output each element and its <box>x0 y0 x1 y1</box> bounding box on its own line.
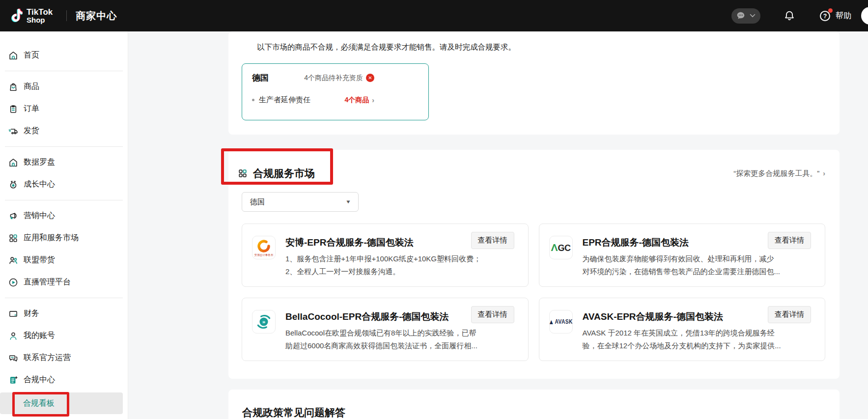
home-icon <box>8 50 19 61</box>
service-description: AVASK 于2012 年在英国成立，凭借13年的跨境合规服务经 验，在全球12… <box>583 327 812 352</box>
people-icon <box>8 255 19 266</box>
sidebar-item-label: 财务 <box>24 308 39 319</box>
grid-icon <box>8 233 19 244</box>
svg-text:»: » <box>262 318 266 325</box>
market-select[interactable]: 德国 ▼ <box>242 192 359 212</box>
sidebar-item-label: 商品 <box>24 82 39 92</box>
market-status-text: 4个商品待补充资质 <box>304 74 363 83</box>
sidebar-item-live-management[interactable]: 直播管理平台 <box>0 271 128 293</box>
sidebar-item-finance[interactable]: 财务 <box>0 303 128 325</box>
avask-logo: ▲AVASK <box>549 310 573 334</box>
top-header: TikTok Shop 商家中心 <box>0 0 868 31</box>
sidebar-item-marketing-center[interactable]: 营销中心 <box>0 205 128 227</box>
main-content: 以下市场的商品不合规，必须满足合规要求才能销售。请及时完成合规要求。 德国 4个… <box>128 31 868 419</box>
megaphone-icon <box>8 211 19 222</box>
anbo-logo-caption: 安博会计事务所 <box>254 253 274 256</box>
view-details-button[interactable]: 查看详情 <box>768 232 811 249</box>
error-x-icon: ✕ <box>366 74 374 82</box>
sidebar-item-contact-official[interactable]: 联系官方运营 <box>0 347 128 369</box>
page-title: 商家中心 <box>76 9 117 23</box>
medal-icon <box>8 179 19 190</box>
service-card-avask: ▲AVASK AVASK-EPR合规服务-德国包装法 AVASK 于2012 年… <box>539 298 826 361</box>
service-description: 1、服务包含注册+1年申报+100KG纸皮+10KG塑料回收费； 2、全程人工一… <box>285 252 514 278</box>
view-details-button[interactable]: 查看详情 <box>471 232 514 249</box>
sidebar-item-label: 发货 <box>24 126 39 136</box>
sidebar-item-label: 直播管理平台 <box>24 277 71 287</box>
person-icon <box>8 331 19 341</box>
bellacocool-logo: » <box>252 310 276 334</box>
chevron-right-icon: › <box>372 96 374 104</box>
service-cards-grid: 安博会计事务所 安博-EPR合规服务-德国包装法 1、服务包含注册+1年申报+1… <box>242 223 825 361</box>
bell-icon <box>783 9 796 22</box>
sidebar-item-shipping[interactable]: 发货 <box>0 120 128 142</box>
sidebar-item-my-account[interactable]: 我的账号 <box>0 325 128 347</box>
notification-dot <box>828 8 833 13</box>
compliance-alert-card: 以下市场的商品不合规，必须满足合规要求才能销售。请及时完成合规要求。 德国 4个… <box>228 31 840 135</box>
tiktok-shop-logo[interactable]: TikTok Shop <box>0 7 53 24</box>
requirement-label: 生产者延伸责任 <box>259 95 310 105</box>
sidebar-item-label: 合规中心 <box>24 375 55 385</box>
sidebar-item-home[interactable]: 首页 <box>0 44 128 66</box>
sidebar-divider <box>5 200 123 200</box>
sidebar-item-label: 订单 <box>24 104 39 114</box>
brand-wordmark: TikTok Shop <box>27 8 53 24</box>
help-button[interactable]: ? 帮助 <box>818 9 851 23</box>
sidebar-item-label: 应用和服务市场 <box>24 233 79 243</box>
document-icon <box>8 375 19 386</box>
sidebar-item-affiliate[interactable]: 联盟带货 <box>0 249 128 271</box>
compliance-service-market-card: 合规服务市场 “探索更多合规服务工具。” › 德国 ▼ <box>228 150 840 379</box>
sidebar-divider <box>5 298 123 298</box>
play-circle-icon <box>8 277 19 288</box>
messages-button[interactable] <box>731 8 760 24</box>
explore-more-link[interactable]: “探索更多合规服务工具。” › <box>733 169 825 178</box>
service-description: BellaCocool在欧盟合规领域已有8年以上的实践经验，已帮 助超过6000… <box>285 327 514 352</box>
view-details-button[interactable]: 查看详情 <box>471 306 514 323</box>
chevron-down-icon <box>750 14 756 18</box>
service-card-agc: ΛGC EPR合规服务-德国包装法 为确保包装废弃物能够得到有效回收、处理和再利… <box>539 223 826 287</box>
bullet-dot <box>252 99 254 101</box>
sidebar-item-data-compass[interactable]: 数据罗盘 <box>0 151 128 173</box>
sidebar-item-label: 营销中心 <box>24 211 55 221</box>
faq-card: 合规政策常见问题解答 <box>228 390 840 419</box>
tiktok-note-icon <box>8 7 23 24</box>
sidebar-divider <box>5 146 123 147</box>
market-requirement-row[interactable]: 生产者延伸责任 4个商品 › <box>252 95 374 105</box>
sidebar-item-compliance-dashboard[interactable]: 合规看板 <box>0 392 123 414</box>
agc-logo: ΛGC <box>549 236 573 259</box>
chevron-down-icon: ▼ <box>345 199 351 204</box>
sidebar-item-label: 成长中心 <box>24 179 55 190</box>
sidebar-item-growth-center[interactable]: 成长中心 <box>0 173 128 196</box>
sidebar-item-products[interactable]: 商品 <box>0 76 128 98</box>
service-card-anbo: 安博会计事务所 安博-EPR合规服务-德国包装法 1、服务包含注册+1年申报+1… <box>242 223 529 287</box>
service-description: 为确保包装废弃物能够得到有效回收、处理和再利用，减少 对环境的污染，在德销售带包… <box>583 252 812 278</box>
sidebar-item-orders[interactable]: 订单 <box>0 98 128 120</box>
header-actions: ? 帮助 <box>731 0 851 31</box>
sidebar-item-label: 联系官方运营 <box>24 353 71 363</box>
sidebar-item-label: 首页 <box>24 50 39 60</box>
chevron-right-icon: › <box>823 169 825 177</box>
svg-text:?: ? <box>823 13 827 20</box>
tiktok-shop-seller-center-page: TikTok Shop 商家中心 <box>0 0 868 419</box>
truck-icon <box>8 126 19 137</box>
market-name: 德国 <box>252 72 269 84</box>
compass-icon <box>8 157 19 168</box>
section-title: 合规服务市场 <box>253 167 315 180</box>
market-select-value: 德国 <box>250 197 265 207</box>
chat-icon <box>8 353 19 363</box>
clipboard-icon <box>8 104 19 114</box>
product-count-link[interactable]: 4个商品 <box>345 96 369 105</box>
wallet-icon <box>8 308 19 319</box>
view-details-button[interactable]: 查看详情 <box>768 306 811 323</box>
sidebar-item-label: 数据罗盘 <box>24 157 55 168</box>
explore-link-text: “探索更多合规服务工具。” <box>733 169 819 178</box>
sidebar-item-compliance-center[interactable]: 合规中心 <box>0 369 128 391</box>
sidebar-item-label: 联盟带货 <box>24 255 55 265</box>
anbo-logo: 安博会计事务所 <box>252 236 276 259</box>
sidebar-item-app-service-market[interactable]: 应用和服务市场 <box>0 227 128 249</box>
notifications-button[interactable] <box>783 9 796 22</box>
market-compliance-card: 德国 4个商品待补充资质 ✕ 生产者延伸责任 4个商品 › <box>242 63 429 120</box>
header-divider <box>66 10 67 21</box>
sidebar-subitem-label: 合规看板 <box>23 398 55 409</box>
faq-title: 合规政策常见问题解答 <box>242 406 826 419</box>
alert-message: 以下市场的商品不合规，必须满足合规要求才能销售。请及时完成合规要求。 <box>257 42 826 53</box>
